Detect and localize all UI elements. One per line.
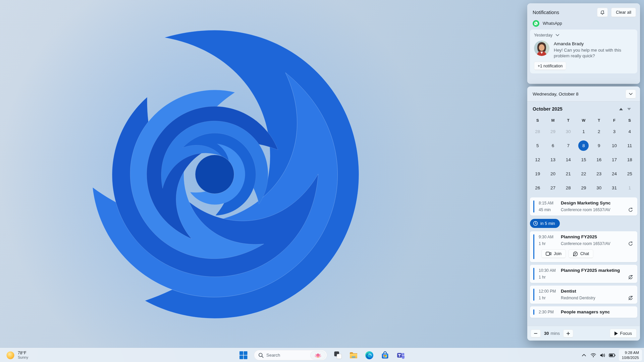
microsoft-store-button[interactable]	[380, 350, 390, 360]
event-duration: 45 min	[539, 207, 561, 212]
calendar-day[interactable]: 10	[607, 138, 622, 153]
notification-time-group[interactable]: Yesterday	[534, 33, 633, 38]
decrease-duration-button[interactable]	[531, 329, 541, 338]
calendar-day[interactable]: 8	[576, 138, 591, 153]
event-accent-bar	[533, 289, 534, 301]
calendar-day[interactable]: 16	[591, 153, 607, 167]
calendar-day[interactable]: 23	[591, 167, 607, 181]
notification-message-text: Hey! Can you help me out with this probl…	[554, 47, 635, 59]
focus-session-bar: 30 mins Focus	[527, 326, 640, 341]
calendar-day[interactable]: 18	[622, 153, 637, 167]
chat-button-label: Chat	[580, 251, 589, 256]
notification-message[interactable]: Amanda Brady Hey! Can you help me out wi…	[534, 41, 633, 59]
search-input[interactable]	[266, 353, 308, 358]
increase-duration-button[interactable]	[563, 329, 573, 338]
event-title: Dentist	[561, 289, 576, 294]
event-time: 9:30 AM	[539, 235, 561, 239]
avatar	[534, 41, 549, 56]
edge-browser-button[interactable]	[364, 350, 374, 360]
do-not-disturb-button[interactable]: z	[597, 8, 608, 17]
minus-icon	[534, 333, 537, 334]
calendar-month-row: October 2025	[527, 102, 640, 116]
day-header: S	[530, 116, 545, 124]
day-header: T	[591, 116, 607, 124]
calendar-day[interactable]: 12	[530, 153, 545, 167]
event-card[interactable]: 10:30 AM Planning FY2025 marketing 1 hr	[530, 265, 637, 283]
calendar-collapse-button[interactable]	[626, 89, 636, 99]
more-notifications-button[interactable]: +1 notification	[534, 62, 566, 70]
calendar-day[interactable]: 22	[576, 167, 591, 181]
search-box[interactable]	[254, 350, 327, 360]
calendar-day[interactable]: 4	[622, 124, 637, 138]
wifi-button[interactable]	[589, 351, 598, 360]
calendar-day[interactable]: 19	[530, 167, 545, 181]
calendar-day[interactable]: 25	[622, 167, 637, 181]
calendar-day[interactable]: 7	[560, 138, 576, 153]
calendar-day[interactable]: 30	[560, 124, 576, 138]
event-title: Planning FY2025 marketing	[561, 268, 620, 273]
event-card[interactable]: 8:15 AM Design Marketing Sync 45 min Con…	[530, 197, 637, 216]
calendar-day[interactable]: 31	[607, 181, 622, 195]
system-tray: 9:28 AM 10/8/2025	[580, 348, 642, 362]
teams-icon	[396, 351, 405, 360]
clear-all-button[interactable]: Clear all	[611, 8, 636, 17]
clock-widget[interactable]: 9:28 AM 10/8/2025	[619, 349, 642, 361]
store-icon	[381, 351, 389, 360]
calendar-panel: Wednesday, October 8 October 2025 S M T …	[527, 86, 640, 341]
calendar-day[interactable]: 15	[576, 153, 591, 167]
calendar-next-month-button[interactable]	[625, 105, 633, 113]
focus-duration-value: 30	[544, 331, 549, 336]
calendar-day[interactable]: 30	[591, 181, 607, 195]
calendar-day[interactable]: 1	[622, 181, 637, 195]
clock-icon	[533, 221, 538, 226]
volume-button[interactable]	[598, 351, 607, 360]
chat-button[interactable]: Chat	[569, 249, 593, 258]
video-camera-icon	[546, 252, 551, 256]
start-button[interactable]	[238, 350, 248, 360]
event-card[interactable]: 9:30 AM Planning FY2025 1 hr Conference …	[530, 231, 637, 262]
notification-group-card[interactable]: Yesterday	[530, 29, 637, 73]
event-accent-bar	[533, 309, 534, 315]
calendar-day[interactable]: 20	[545, 167, 561, 181]
calendar-day[interactable]: 28	[530, 124, 545, 138]
calendar-day[interactable]: 27	[545, 181, 561, 195]
join-meeting-button[interactable]: Join	[541, 249, 566, 258]
calendar-day[interactable]: 9	[591, 138, 607, 153]
calendar-day[interactable]: 3	[607, 124, 622, 138]
notifications-title: Notifications	[533, 10, 594, 15]
calendar-day[interactable]: 11	[622, 138, 637, 153]
notifications-header: Notifications z Clear all	[527, 3, 640, 19]
weather-widget[interactable]: 78°F Sunny	[3, 348, 31, 362]
calendar-day[interactable]: 26	[530, 181, 545, 195]
calendar-grid: 2829301234567891011121314151617181920212…	[527, 124, 640, 195]
svg-text:z: z	[603, 10, 604, 12]
calendar-day[interactable]: 2	[591, 124, 607, 138]
notification-app-group-header[interactable]: WhatsApp	[527, 19, 640, 29]
agenda-list: 8:15 AM Design Marketing Sync 45 min Con…	[527, 195, 640, 341]
task-view-button[interactable]	[333, 350, 343, 360]
event-time: 2:30 PM	[539, 310, 561, 314]
weather-condition: Sunny	[18, 355, 28, 360]
bell-snooze-icon: z	[600, 10, 605, 15]
focus-button[interactable]: Focus	[610, 329, 637, 338]
calendar-day[interactable]: 13	[545, 153, 561, 167]
teams-button[interactable]	[396, 350, 406, 360]
event-card[interactable]: 12:00 PM Dentist 1 hr Redmond Dentistry	[530, 286, 637, 304]
calendar-day[interactable]: 5	[530, 138, 545, 153]
file-explorer-button[interactable]	[348, 350, 359, 360]
calendar-day[interactable]: 28	[560, 181, 576, 195]
calendar-day[interactable]: 29	[576, 181, 591, 195]
calendar-day[interactable]: 6	[545, 138, 561, 153]
calendar-day[interactable]: 24	[607, 167, 622, 181]
event-card[interactable]: 2:30 PM People managers sync	[530, 306, 637, 318]
battery-button[interactable]	[608, 351, 616, 360]
search-highlight[interactable]	[310, 351, 326, 360]
play-icon	[614, 331, 618, 336]
calendar-day[interactable]: 14	[560, 153, 576, 167]
calendar-day[interactable]: 17	[607, 153, 622, 167]
calendar-day[interactable]: 29	[545, 124, 561, 138]
calendar-day[interactable]: 21	[560, 167, 576, 181]
calendar-prev-month-button[interactable]	[617, 105, 625, 113]
calendar-day[interactable]: 1	[576, 124, 591, 138]
hidden-icons-button[interactable]	[580, 351, 588, 360]
